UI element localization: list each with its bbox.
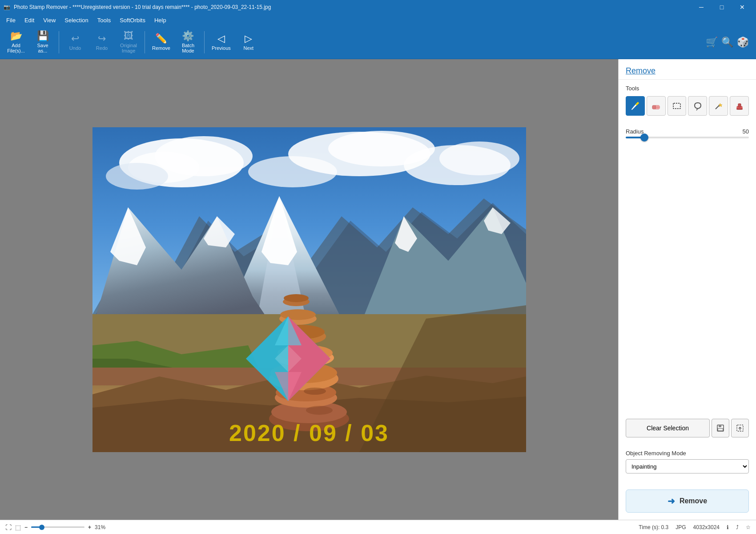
magic-wand-button[interactable]	[709, 96, 728, 116]
menu-selection[interactable]: Selection	[60, 16, 92, 24]
menu-edit[interactable]: Edit	[20, 16, 39, 24]
status-right: Time (s): 0.3 JPG 4032x3024 ℹ ⤴ ☆	[639, 524, 751, 530]
zoom-out-icon[interactable]: −	[24, 524, 28, 530]
svg-point-40	[280, 309, 316, 320]
previous-label: Previous	[212, 45, 231, 51]
remove-btn-label: Remove	[680, 497, 707, 505]
batch-mode-button[interactable]: ⚙️ BatchMode	[176, 28, 201, 57]
cart-icon[interactable]: 🛒	[706, 36, 718, 48]
next-icon: ▷	[245, 34, 252, 44]
window-title: Photo Stamp Remover - ****Unregistered v…	[14, 4, 271, 10]
svg-rect-63	[718, 429, 723, 431]
panel-title: Remove	[619, 59, 756, 80]
remove-action-button[interactable]: ➜ Remove	[626, 490, 749, 513]
zoom-track[interactable]	[31, 526, 84, 528]
toolbar-sep-2	[145, 31, 145, 53]
menu-tools[interactable]: Tools	[93, 16, 115, 24]
menu-view[interactable]: View	[39, 16, 60, 24]
main-area: 2020 / 09 / 03 2020 / 09 / 03 Remove Too…	[0, 59, 756, 520]
minimize-button[interactable]: ─	[691, 0, 712, 14]
format-label: JPG	[676, 524, 686, 530]
redo-button[interactable]: ↪ Redo	[89, 28, 114, 57]
toolbar-sep-1	[59, 31, 59, 53]
dimensions-label: 4032x3024	[693, 524, 720, 530]
cube-icon[interactable]: 🎲	[737, 36, 749, 48]
right-panel: Remove Tools	[618, 59, 756, 520]
clear-selection-button[interactable]: Clear Selection	[626, 419, 710, 437]
rectangle-icon	[672, 101, 682, 111]
previous-button[interactable]: ◁ Previous	[208, 28, 234, 57]
close-button[interactable]: ✕	[732, 0, 752, 14]
svg-marker-57	[719, 103, 722, 107]
fit-icon[interactable]: ⛶	[5, 524, 12, 531]
radius-section: Radius 50	[619, 123, 756, 151]
stamp-icon	[735, 101, 744, 111]
crop-icon[interactable]: ⬚	[15, 524, 21, 531]
save-as-button[interactable]: 💾 Saveas...	[30, 28, 55, 57]
rectangle-tool-button[interactable]	[668, 96, 687, 116]
add-files-icon: 📂	[10, 31, 22, 41]
stamp-tool-button[interactable]	[730, 96, 749, 116]
titlebar: 📷 Photo Stamp Remover - ****Unregistered…	[0, 0, 756, 14]
star-icon[interactable]: ☆	[746, 524, 751, 530]
redo-label: Redo	[96, 45, 108, 51]
original-image-button[interactable]: 🖼 OriginalImage	[116, 28, 141, 57]
next-label: Next	[243, 45, 253, 51]
lasso-tool-button[interactable]	[688, 96, 707, 116]
remove-arrow-icon: ➜	[668, 496, 675, 506]
svg-rect-62	[719, 425, 721, 427]
brush-icon	[630, 101, 640, 111]
clear-selection-section: Clear Selection	[619, 413, 756, 450]
zoom-value: 31%	[95, 524, 105, 530]
menu-file[interactable]: File	[2, 16, 20, 24]
save-selection-button[interactable]	[712, 419, 729, 437]
maximize-button[interactable]: □	[712, 0, 732, 14]
mode-section: Object Removing Mode Inpainting Smear Mo…	[619, 450, 756, 479]
radius-slider-thumb[interactable]	[640, 134, 648, 142]
eraser-tool-button[interactable]	[647, 96, 666, 116]
undo-button[interactable]: ↩ Undo	[63, 28, 88, 57]
date-watermark-display: 2020 / 09 / 03	[229, 420, 389, 446]
clear-selection-row: Clear Selection	[626, 419, 749, 437]
radius-label: Radius	[626, 128, 643, 135]
eraser-icon	[651, 101, 661, 111]
photo-scene: 2020 / 09 / 03 2020 / 09 / 03	[92, 127, 526, 452]
time-label-text: Time (s):	[639, 524, 659, 530]
add-files-button[interactable]: 📂 AddFile(s)...	[4, 28, 28, 57]
toolbar: 📂 AddFile(s)... 💾 Saveas... ↩ Undo ↪ Red…	[0, 26, 756, 59]
canvas-area[interactable]: 2020 / 09 / 03 2020 / 09 / 03	[0, 59, 618, 520]
toolbar-sep-3	[204, 31, 205, 53]
original-image-icon: 🖼	[124, 31, 133, 41]
svg-rect-59	[738, 104, 741, 107]
undo-icon: ↩	[71, 34, 79, 44]
share-icon[interactable]: ⤴	[736, 524, 739, 530]
batch-mode-icon: ⚙️	[182, 31, 194, 41]
magic-wand-icon	[714, 101, 724, 111]
info-icon[interactable]: ℹ	[727, 524, 729, 530]
menu-help[interactable]: Help	[150, 16, 171, 24]
menu-softorbits[interactable]: SoftOrbits	[115, 16, 150, 24]
next-button[interactable]: ▷ Next	[236, 28, 261, 57]
menubar: File Edit View Selection Tools SoftOrbit…	[0, 14, 756, 26]
zoom-slider[interactable]	[31, 526, 84, 528]
mode-select[interactable]: Inpainting Smear Move	[626, 459, 749, 473]
svg-point-7	[439, 142, 519, 175]
zoom-thumb[interactable]	[39, 525, 44, 530]
tools-label: Tools	[626, 85, 749, 92]
zoom-in-icon[interactable]: +	[88, 524, 91, 530]
remove-tb-icon: ✏️	[155, 34, 167, 44]
brush-tool-button[interactable]	[626, 96, 645, 116]
time-label: Time (s): 0.3	[639, 524, 668, 530]
search-icon[interactable]: 🔍	[721, 36, 733, 48]
titlebar-controls: ─ □ ✕	[691, 0, 752, 14]
toolbar-right-icons: 🛒 🔍 🎲	[706, 36, 752, 48]
radius-slider-track[interactable]	[626, 137, 749, 138]
time-value: 0.3	[661, 524, 669, 530]
app-icon: 📷	[4, 4, 10, 10]
redo-icon: ↪	[98, 34, 106, 44]
remove-label: Remove	[152, 45, 170, 51]
remove-button[interactable]: ✏️ Remove	[149, 28, 174, 57]
load-selection-button[interactable]	[731, 419, 749, 437]
radius-value: 50	[743, 128, 749, 135]
svg-point-42	[284, 294, 309, 302]
